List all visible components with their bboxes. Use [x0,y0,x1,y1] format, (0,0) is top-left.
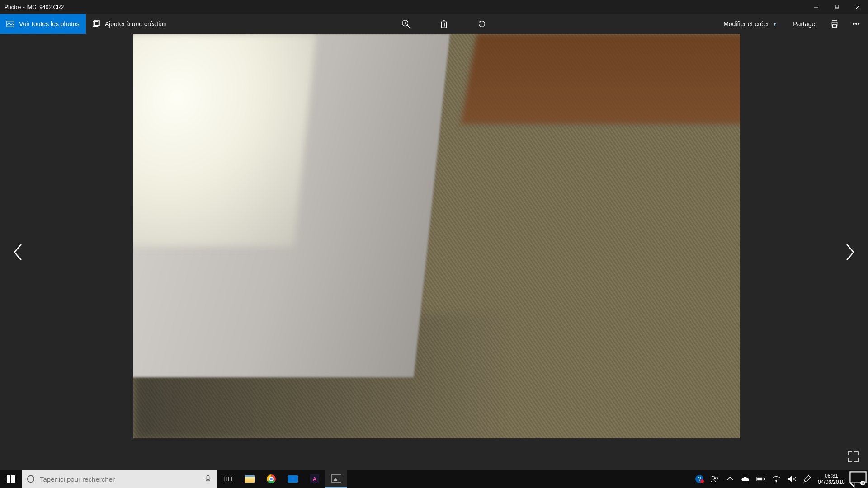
tray-onedrive-icon[interactable] [738,474,753,483]
tray-people-icon[interactable] [707,474,722,483]
svg-point-40 [776,481,777,482]
more-button[interactable] [847,14,865,34]
svg-marker-41 [788,476,792,482]
view-all-label: Voir toutes les photos [19,20,80,28]
svg-line-9 [407,25,409,28]
creation-icon [92,20,100,28]
svg-point-34 [700,479,704,483]
tray-chevron-up-icon[interactable] [722,474,738,483]
svg-rect-1 [835,5,838,9]
photo-background [461,34,740,124]
zoom-button[interactable] [397,14,415,34]
title-bar: Photos - IMG_9402.CR2 [0,0,868,14]
chevron-down-icon: ▾ [774,22,776,27]
affinity-icon: A [310,474,319,483]
close-button[interactable] [847,0,868,14]
svg-rect-2 [835,5,839,8]
taskbar-apps: 👤 A [239,470,347,488]
tray-battery-icon[interactable] [753,474,769,483]
print-button[interactable] [826,14,844,34]
fullscreen-button[interactable] [847,451,860,464]
photo-background [133,34,316,246]
maximize-button[interactable] [826,0,847,14]
rotate-button[interactable] [473,14,491,34]
window-title: Photos - IMG_9402.CR2 [0,4,64,10]
svg-point-20 [853,23,854,25]
photo-viewer [0,34,868,470]
tray-pen-icon[interactable] [799,474,815,483]
taskbar-clock[interactable]: 08:31 04/06/2018 [815,473,848,485]
delete-button[interactable] [435,14,453,34]
add-creation-label: Ajouter à une création [105,20,167,28]
svg-point-21 [856,23,857,25]
task-view-button[interactable] [217,470,239,488]
svg-rect-30 [224,477,227,481]
tray-volume-muted-icon[interactable] [784,474,799,483]
svg-rect-23 [7,475,10,479]
svg-point-27 [28,476,34,483]
window-controls [806,0,868,14]
file-explorer-icon [245,475,255,483]
tray-wifi-icon[interactable] [769,474,784,483]
svg-rect-25 [7,479,10,483]
photos-toolbar: Voir toutes les photos Ajouter à une cré… [0,14,868,34]
windows-taskbar: 👤 A ? 08:31 04/06/2018 [0,470,868,488]
svg-rect-12 [441,22,446,28]
start-button[interactable] [0,470,22,488]
svg-point-36 [716,477,718,479]
svg-point-22 [858,23,859,25]
contacts-icon: 👤 [288,475,298,483]
svg-rect-5 [7,21,14,27]
clock-date: 04/06/2018 [818,479,845,485]
previous-photo-button[interactable] [9,239,27,266]
chrome-icon [267,474,276,483]
svg-rect-26 [11,479,15,483]
add-to-creation-button[interactable]: Ajouter à une création [86,14,173,34]
taskbar-app-explorer[interactable] [239,470,260,488]
svg-rect-39 [758,478,762,480]
microphone-icon[interactable] [199,475,217,483]
clock-time: 08:31 [825,473,838,479]
cortana-icon [22,474,40,483]
taskbar-app-affinity[interactable]: A [304,470,326,488]
tray-help-icon[interactable]: ? [692,474,707,483]
svg-rect-24 [11,475,15,479]
taskbar-search[interactable] [22,470,217,488]
system-tray: ? 08:31 04/06/2018 3 [692,470,868,488]
edit-create-button[interactable]: Modifier et créer ▾ [714,14,780,34]
photos-icon [331,474,341,483]
svg-rect-31 [229,477,231,481]
svg-rect-38 [764,478,765,480]
edit-create-label: Modifier et créer [723,20,769,28]
action-center-button[interactable]: 3 [848,470,868,488]
taskbar-app-contacts[interactable]: 👤 [282,470,304,488]
minimize-button[interactable] [806,0,826,14]
svg-point-35 [712,476,715,479]
photo-content [133,34,740,438]
photos-app-window: Photos - IMG_9402.CR2 Voir toutes les ph… [0,0,868,470]
taskbar-app-photos[interactable] [326,470,347,488]
notification-badge: 3 [860,481,865,485]
view-all-photos-button[interactable]: Voir toutes les photos [0,14,86,34]
share-button[interactable]: Partager [784,14,822,34]
next-photo-button[interactable] [841,239,859,266]
svg-rect-28 [207,475,209,480]
search-input[interactable] [40,475,199,483]
taskbar-app-chrome[interactable] [260,470,282,488]
share-label: Partager [793,20,817,28]
svg-rect-17 [832,21,837,23]
photo-icon [6,20,14,28]
